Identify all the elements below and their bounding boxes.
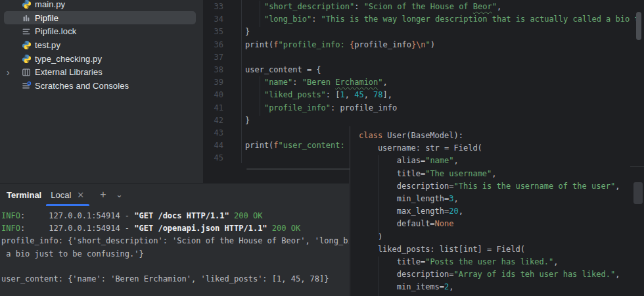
line-number: 33 [203, 1, 223, 13]
code-line: user_content = { [245, 64, 644, 76]
tree-item-label: External Libraries [35, 67, 103, 77]
line-number: 42 [203, 114, 223, 127]
tree-item-pipfile[interactable]: Pipfile [0, 11, 203, 25]
code-line: "liked_posts": [1, 45, 78], [245, 89, 644, 101]
gutter-separator [241, 0, 242, 163]
python-icon [21, 0, 32, 9]
tree-item-main-py[interactable]: main.py [0, 0, 203, 11]
code-line: "long_bio": "This is the way longer desc… [245, 13, 644, 26]
overlay-code-line: liked_posts: list[int] = Field( [359, 243, 644, 256]
tree-item-scratches-and-consoles[interactable]: Scratches and Consoles [0, 79, 203, 93]
chevron-down-icon[interactable]: ⌄ [116, 190, 123, 199]
scratches-icon [21, 80, 32, 91]
line-number: 39 [203, 76, 223, 89]
code-line: print(f"profile_info: {profile_info}\n") [245, 39, 644, 51]
code-line: "short_description": "Scion of the House… [245, 1, 644, 13]
terminal-output[interactable]: INFO: 127.0.0.1:54914 - "GET /docs HTTP/… [1, 210, 349, 285]
close-icon[interactable]: ✕ [77, 190, 84, 200]
terminal-line: user_content: {'name': 'Beren Erchamion'… [1, 273, 349, 285]
terminal-tabbar: Terminal Local ✕ + ⌄ [0, 184, 349, 206]
tree-item-pipfile-lock[interactable]: Pipfile.lock [0, 24, 203, 38]
library-icon [21, 67, 32, 78]
editor-vscrollbar-thumb[interactable] [636, 12, 641, 40]
code-line: "profile_info": profile_info [245, 102, 644, 114]
line-number: 45 [203, 152, 223, 164]
chevron-right-icon[interactable]: › [5, 68, 21, 77]
code-line [245, 51, 644, 64]
python-icon [21, 53, 32, 64]
terminal-line: a bio just to be confusing.'} [1, 248, 349, 260]
overlay-editor-window[interactable]: class User(BaseModel): username: str = F… [350, 126, 644, 296]
overlay-code-line: min_items=2, [359, 281, 644, 293]
terminal-tab-label: Local [51, 190, 71, 200]
overlay-scroll-track-line [630, 166, 644, 167]
list-file-icon [21, 26, 32, 37]
project-tree: main.pyPipfilePipfile.locktest.pytype_ch… [0, 0, 203, 93]
tree-item-label: test.py [35, 40, 60, 50]
terminal-title: Terminal [7, 190, 41, 200]
line-number: 38 [203, 64, 223, 76]
line-number: 34 [203, 13, 223, 26]
tree-item-type-checking-py[interactable]: type_checking.py [0, 52, 203, 66]
tree-item-external-libraries[interactable]: ›External Libraries [0, 65, 203, 79]
python-icon [21, 39, 32, 50]
overlay-code-line: description="Array of ids teh user has l… [359, 268, 644, 281]
tree-item-label: Pipfile.lock [35, 26, 76, 36]
terminal-tab-local[interactable]: Local ✕ [51, 190, 84, 200]
code-line: } [245, 114, 644, 127]
overlay-code-line: ) [359, 231, 644, 243]
overlay-vscrollbar-thumb[interactable] [633, 182, 643, 204]
line-number: 35 [203, 26, 223, 38]
line-number: 43 [203, 127, 223, 139]
code-line: "name": "Beren Erchamion", [245, 76, 644, 89]
tree-item-label: Scratches and Consoles [35, 81, 129, 91]
terminal-line: INFO: 127.0.0.1:54914 - "GET /docs HTTP/… [1, 210, 349, 222]
tree-item-label: main.py [35, 0, 65, 9]
ide-window: 33343536373839404142434445 "short_descri… [0, 0, 644, 296]
overlay-code-line: alias="name", [359, 155, 644, 167]
overlay-code-line: default=None [359, 218, 644, 230]
line-number: 44 [203, 139, 223, 152]
terminal-active-tab-underline [46, 204, 89, 206]
overlay-code-line: min_length=3, [359, 193, 644, 205]
overlay-code-line: title="Posts the user has liked.", [359, 256, 644, 268]
line-number: 40 [203, 89, 223, 101]
overlay-code-line: description="This is the username of the… [359, 180, 644, 193]
overlay-code-line: username: str = Field( [359, 142, 644, 155]
pipfile-icon [21, 12, 32, 23]
tree-item-test-py[interactable]: test.py [0, 38, 203, 52]
terminal-line: INFO: 127.0.0.1:54914 - "GET /openapi.js… [1, 222, 349, 235]
overlay-code-line: max_length=20, [359, 205, 644, 218]
editor-gutter: 33343536373839404142434445 [203, 1, 223, 164]
terminal-line: profile_info: {'short_description': 'Sci… [1, 235, 349, 247]
line-number: 36 [203, 39, 223, 51]
overlay-code-line: class User(BaseModel): [359, 130, 644, 142]
overlay-code-line: title="The username", [359, 168, 644, 180]
code-line: } [245, 26, 644, 38]
overlay-code[interactable]: class User(BaseModel): username: str = F… [359, 130, 644, 293]
line-number: 41 [203, 102, 223, 114]
tree-item-label: type_checking.py [35, 54, 102, 64]
terminal-line [1, 260, 349, 273]
tree-item-label: Pipfile [35, 13, 58, 23]
project-panel: main.pyPipfilePipfile.locktest.pytype_ch… [0, 0, 203, 183]
line-number: 37 [203, 51, 223, 64]
editor-hscrollbar[interactable] [246, 168, 353, 170]
plus-icon[interactable]: + [100, 189, 106, 200]
terminal-panel: Terminal Local ✕ + ⌄ INFO: 127.0.0.1:549… [0, 183, 349, 296]
